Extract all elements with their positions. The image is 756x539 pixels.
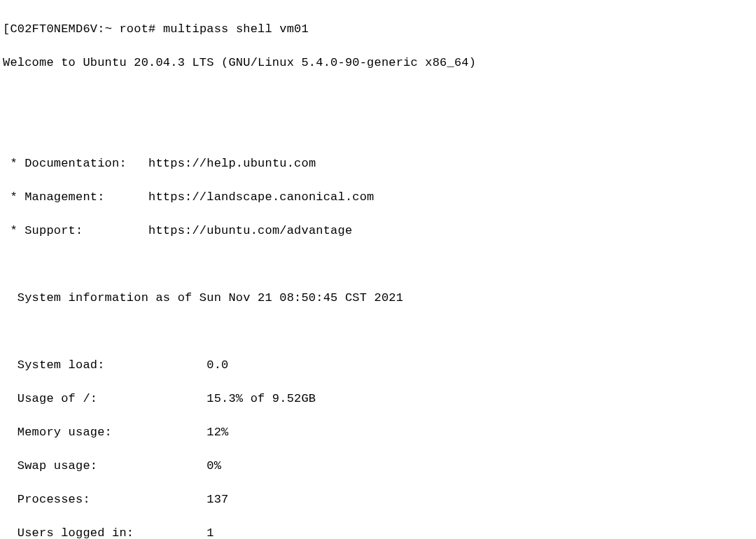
- support-label: * Support:: [3, 224, 148, 237]
- sys-load-label: System load:: [3, 358, 206, 372]
- sys-usage-value: 15.3% of 9.52GB: [206, 392, 316, 405]
- blank-line: [3, 88, 756, 105]
- host-prompt-line: [C02FT0NEMD6V:~ root# multipass shell vm…: [3, 21, 756, 38]
- host-user: root#: [119, 22, 155, 36]
- sys-proc-label: Processes:: [3, 493, 206, 506]
- host-path: ~: [105, 22, 112, 36]
- command-text: multipass shell vm01: [163, 22, 309, 36]
- doc-label: * Documentation:: [3, 157, 148, 170]
- sys-users-label: Users logged in:: [3, 526, 206, 539]
- sys-mem: Memory usage: 12%: [3, 424, 756, 441]
- blank-line: [3, 323, 756, 340]
- sys-users: Users logged in: 1: [3, 525, 756, 539]
- doc-url: https://help.ubuntu.com: [148, 157, 316, 170]
- blank-line: [3, 122, 756, 139]
- sys-load: System load: 0.0: [3, 357, 756, 374]
- sys-proc: Processes: 137: [3, 491, 756, 508]
- sys-swap-label: Swap usage:: [3, 459, 206, 472]
- sys-proc-value: 137: [206, 493, 228, 506]
- terminal-output[interactable]: [C02FT0NEMD6V:~ root# multipass shell vm…: [0, 0, 756, 539]
- sysinfo-header: System information as of Sun Nov 21 08:5…: [3, 290, 756, 307]
- sys-usage: Usage of /: 15.3% of 9.52GB: [3, 391, 756, 407]
- colon: :: [97, 22, 104, 36]
- mgmt-url: https://landscape.canonical.com: [148, 190, 374, 204]
- support-line: * Support: https://ubuntu.com/advantage: [3, 223, 756, 239]
- welcome-line: Welcome to Ubuntu 20.04.3 LTS (GNU/Linux…: [3, 55, 756, 71]
- doc-line: * Documentation: https://help.ubuntu.com: [3, 155, 756, 172]
- sys-mem-label: Memory usage:: [3, 426, 206, 439]
- blank-line: [3, 256, 756, 273]
- sys-swap-value: 0%: [206, 459, 221, 472]
- hostname: C02FT0NEMD6V: [10, 22, 97, 36]
- bracket: [: [3, 22, 10, 36]
- mgmt-line: * Management: https://landscape.canonica…: [3, 189, 756, 206]
- sys-swap: Swap usage: 0%: [3, 458, 756, 475]
- support-url: https://ubuntu.com/advantage: [148, 224, 352, 237]
- sys-users-value: 1: [206, 526, 214, 539]
- sys-mem-value: 12%: [206, 426, 228, 439]
- sys-load-value: 0.0: [206, 358, 228, 372]
- sys-usage-label: Usage of /:: [3, 392, 206, 405]
- mgmt-label: * Management:: [3, 190, 148, 204]
